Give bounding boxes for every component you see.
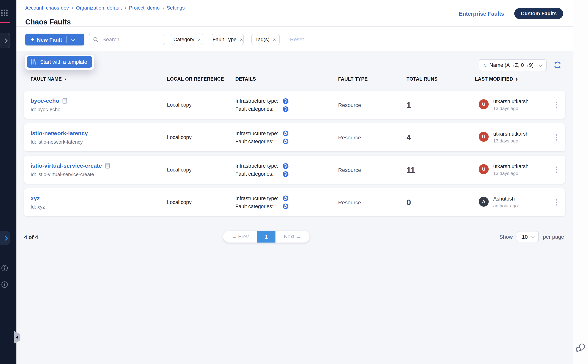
filter-chip-tags[interactable]: Tag(s) ×	[251, 34, 280, 45]
fault-name-link[interactable]: xyz	[31, 195, 40, 201]
kubernetes-icon	[282, 98, 289, 104]
fault-name-link[interactable]: istio-network-latency	[31, 130, 88, 136]
sort-dropdown[interactable]: ↑↓ Name (A→Z, 0→9)	[479, 59, 547, 71]
show-label: Show	[499, 234, 513, 240]
refresh-button[interactable]	[554, 61, 561, 69]
column-label: FAULT TYPE	[338, 76, 368, 82]
column-header-fault-name[interactable]: FAULT NAME ▲	[31, 76, 167, 82]
fault-name-link[interactable]: byoc-echo	[31, 98, 59, 104]
search-input[interactable]	[102, 36, 160, 43]
help-chat-button[interactable]	[575, 343, 586, 352]
accent-underline	[0, 22, 10, 23]
close-icon[interactable]: ×	[273, 37, 276, 42]
chevron-down-icon	[531, 234, 535, 238]
fault-name-link[interactable]: istio-virtual-service-create	[31, 162, 102, 169]
new-fault-dropdown-menu: Start with a template	[25, 55, 94, 70]
fault-id: Id: istio-virtual-service-create	[31, 171, 167, 177]
info-icon[interactable]	[1, 265, 8, 272]
table-row[interactable]: istio-virtual-service-create Id: istio-v…	[24, 156, 565, 184]
fault-type-cell: Resource	[338, 199, 406, 205]
modified-time: an hour ago	[493, 203, 518, 208]
kubernetes-icon	[282, 130, 289, 136]
local-or-reference-cell: Local copy	[167, 167, 235, 173]
column-header-details: DETAILS	[235, 76, 338, 82]
fault-categories-label: Fault categories:	[235, 203, 282, 209]
expand-nav-button[interactable]	[0, 33, 10, 48]
modified-time: 13 days ago	[493, 171, 529, 176]
manifest-doc-icon[interactable]	[105, 162, 110, 169]
toolbar: + New Fault Start with a template	[16, 26, 588, 51]
refresh-icon	[554, 61, 561, 69]
reset-filters-link[interactable]: Reset	[290, 36, 304, 42]
breadcrumb: Account: chaos-dev › Organization: defau…	[25, 5, 185, 11]
close-icon[interactable]: ×	[198, 37, 201, 42]
sidebar-divider	[0, 250, 15, 250]
table-row[interactable]: istio-network-latency Id: istio-network-…	[24, 123, 565, 151]
filter-label: Tag(s)	[255, 37, 269, 42]
table-header-row: FAULT NAME ▲ LOCAL OR REFERENCE DETAILS …	[24, 76, 565, 82]
info-icon[interactable]	[1, 281, 8, 288]
per-page-label: per page	[543, 234, 564, 240]
button-divider	[67, 36, 67, 43]
fault-id: Id: byoc-echo	[31, 107, 167, 112]
column-label: TOTAL RUNS	[406, 76, 438, 82]
row-menu-kebab-icon[interactable]	[554, 198, 559, 207]
filter-chip-category[interactable]: Category ×	[171, 34, 203, 45]
modified-by-name: Ashutosh	[493, 196, 518, 202]
current-page-button[interactable]: 1	[257, 231, 275, 242]
fault-name-cell: byoc-echo Id: byoc-echo	[31, 98, 167, 112]
fault-name-cell: istio-virtual-service-create Id: istio-v…	[31, 162, 167, 177]
column-header-last-modified[interactable]: LAST MODIFIED ▲▼	[475, 76, 548, 82]
chevron-right-icon	[3, 38, 7, 43]
fault-type-cell: Resource	[338, 134, 406, 140]
sidebar-divider	[0, 302, 15, 302]
last-modified-cell: U utkarsh.utkarsh 13 days ago	[475, 131, 548, 144]
filter-chip-fault-type[interactable]: Fault Type ×	[212, 34, 244, 45]
expand-panel-button[interactable]	[0, 231, 10, 245]
new-fault-button[interactable]: + New Fault Start with a template	[25, 34, 84, 46]
enterprise-faults-link[interactable]: Enterprise Faults	[459, 11, 504, 17]
infrastructure-type-label: Infrastructure type:	[235, 163, 282, 169]
close-icon[interactable]: ×	[240, 37, 243, 42]
prev-page-button[interactable]: ← Prev	[223, 234, 257, 240]
breadcrumb-separator: ›	[124, 5, 126, 11]
custom-faults-button[interactable]: Custom Faults	[514, 8, 563, 19]
last-modified-cell: A Ashutosh an hour ago	[475, 196, 548, 208]
fault-categories-label: Fault categories:	[235, 138, 282, 144]
kubernetes-icon	[282, 203, 289, 209]
page-size-select[interactable]: 10	[517, 231, 539, 242]
fault-categories-label: Fault categories:	[235, 171, 282, 177]
menu-item-start-with-template[interactable]: Start with a template	[27, 56, 92, 68]
triangle-left-icon	[15, 336, 18, 339]
modified-time: 13 days ago	[493, 138, 529, 144]
pagination-control: ← Prev 1 Next →	[223, 231, 309, 242]
row-menu-kebab-icon[interactable]	[554, 133, 559, 142]
column-label: LOCAL OR REFERENCE	[167, 76, 224, 82]
modules-grid-icon[interactable]	[1, 10, 8, 16]
breadcrumb-organization-link[interactable]: Organization: default	[76, 5, 122, 11]
column-label: FAULT NAME	[31, 76, 62, 82]
avatar: A	[479, 197, 489, 207]
fault-name-cell: xyz Id: xyz	[31, 195, 167, 210]
breadcrumb-settings-link[interactable]: Settings	[167, 5, 185, 11]
row-menu-kebab-icon[interactable]	[554, 100, 559, 110]
new-fault-label: New Fault	[37, 37, 62, 43]
page-size-control: Show 10 per page	[499, 231, 564, 242]
breadcrumb-project-link[interactable]: Project: demo	[129, 5, 159, 11]
total-runs-cell: 0	[406, 198, 475, 207]
kubernetes-icon	[282, 195, 289, 202]
plus-icon: +	[31, 36, 34, 43]
row-menu-kebab-icon[interactable]	[554, 165, 559, 175]
modified-by-name: utkarsh.utkarsh	[493, 163, 529, 169]
page-title: Chaos Faults	[25, 18, 71, 26]
next-page-button[interactable]: Next →	[275, 234, 309, 240]
infrastructure-type-label: Infrastructure type:	[235, 98, 282, 104]
table-row[interactable]: byoc-echo Id: byoc-echo Local copy Infra…	[24, 91, 565, 119]
details-cell: Infrastructure type: Fault categories:	[235, 195, 338, 209]
fault-name-cell: istio-network-latency Id: istio-network-…	[31, 130, 167, 145]
details-cell: Infrastructure type: Fault categories:	[235, 98, 338, 112]
breadcrumb-account-link[interactable]: Account: chaos-dev	[25, 5, 69, 11]
manifest-doc-icon[interactable]	[62, 98, 67, 104]
table-row[interactable]: xyz Id: xyz Local copy Infrastructure ty…	[24, 188, 565, 216]
chevron-down-icon[interactable]	[71, 37, 75, 41]
